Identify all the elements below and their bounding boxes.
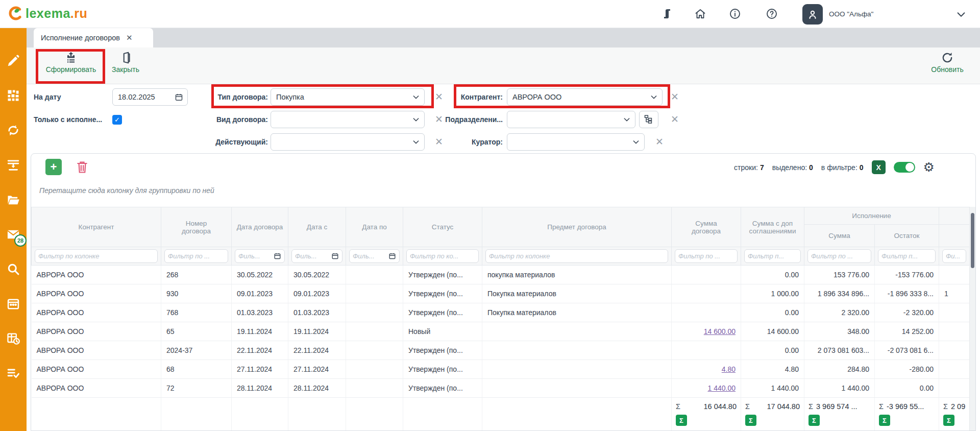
on-date-input[interactable]: 18.02.2025: [112, 88, 188, 106]
contract-type-select[interactable]: Покупка: [271, 88, 425, 106]
sigma-badge[interactable]: Σ: [676, 415, 687, 426]
delete-row-button[interactable]: [75, 160, 89, 174]
column-filter-input[interactable]: [878, 249, 936, 263]
col-header[interactable]: Номер договора: [161, 207, 232, 247]
footer-exec-remainder: Σ-3 969 55... Σ Σ▼-3 969 55...: [875, 398, 939, 431]
active-select[interactable]: [271, 133, 425, 151]
col-header[interactable]: Дата по: [346, 207, 403, 247]
col-header[interactable]: Сумма: [804, 225, 875, 247]
col-header[interactable]: Сумма договора: [672, 207, 741, 247]
sigma-badge[interactable]: Σ: [943, 415, 954, 426]
cell-value: Утвержден (по...: [408, 271, 463, 279]
column-filter-input[interactable]: [406, 249, 479, 263]
col-header[interactable]: Дата договора: [232, 207, 288, 247]
vertical-scrollbar[interactable]: [969, 207, 975, 430]
tab-close-icon[interactable]: ✕: [126, 33, 133, 42]
scrollbar-thumb[interactable]: [971, 213, 974, 268]
contract-sum-link[interactable]: 4.80: [722, 365, 736, 373]
column-filter-input[interactable]: [675, 249, 738, 263]
col-header[interactable]: Сумма с доп соглашениями: [741, 207, 804, 247]
cell-value: Утвержден (по...: [408, 384, 463, 392]
col-header[interactable]: Дата с: [288, 207, 346, 247]
app-window: lexema.ru ООО "Альфа": [0, 0, 980, 431]
col-header[interactable]: Статус: [403, 207, 482, 247]
curator-clear-icon[interactable]: ✕: [655, 133, 664, 151]
table-row[interactable]: АВРОРА ООО6827.11.202427.11.2024Утвержде…: [32, 360, 970, 379]
table-row[interactable]: АВРОРА ООО6519.11.202419.11.2024Новый14 …: [32, 322, 970, 341]
excel-export-button[interactable]: X: [872, 160, 886, 174]
sidebar-item-reports[interactable]: [6, 331, 20, 346]
cell-value: 284.80: [847, 365, 869, 373]
column-filter-input[interactable]: [164, 249, 228, 263]
sidebar-item-mail[interactable]: 28: [6, 227, 20, 242]
division-select[interactable]: [507, 111, 635, 128]
sidebar-item-sync[interactable]: [6, 123, 20, 137]
cell-value: АВРОРА ООО: [37, 271, 84, 279]
column-filter-input[interactable]: [235, 249, 285, 263]
grid-mode-toggle[interactable]: [894, 162, 915, 173]
close-button[interactable]: Закрыть: [106, 51, 145, 74]
column-filter-input[interactable]: [744, 249, 801, 263]
door-icon: [119, 51, 132, 64]
counterparty-clear-icon[interactable]: ✕: [671, 88, 679, 106]
sidebar-item-folders[interactable]: [6, 193, 20, 207]
contract-sum-link[interactable]: 14 600.00: [704, 327, 736, 336]
sigma-badge[interactable]: Σ: [879, 415, 890, 426]
division-clear-icon[interactable]: ✕: [671, 111, 679, 128]
col-header[interactable]: [939, 225, 969, 247]
col-header[interactable]: Предмет договора: [482, 207, 672, 247]
home-icon[interactable]: [694, 8, 706, 20]
only-with-exec-checkbox[interactable]: ✓: [112, 115, 122, 125]
column-filter-input[interactable]: [807, 249, 871, 263]
division-tree-button[interactable]: [639, 111, 658, 128]
table-row[interactable]: АВРОРА ООО2024-3722.11.202422.11.2024Утв…: [32, 341, 970, 360]
cell-value: 4.80: [785, 365, 799, 373]
info-icon[interactable]: [729, 8, 741, 20]
footer-sum-with-addendum: Σ17 044.80 Σ Σ▼17 044.80: [741, 398, 804, 431]
table-row[interactable]: АВРОРА ООО26830.05.202230.05.2022Утвержд…: [32, 266, 970, 284]
counterparty-label: Контрагент:: [438, 88, 503, 106]
table-row[interactable]: АВРОРА ООО7228.11.202428.11.2024Утвержде…: [32, 379, 970, 398]
gear-icon[interactable]: ⚙: [923, 161, 935, 174]
counterparty-select[interactable]: АВРОРА ООО: [507, 88, 663, 106]
tab-contract-execution[interactable]: Исполнение договоров ✕: [34, 28, 153, 47]
column-filter-input[interactable]: [485, 249, 668, 263]
app-logo[interactable]: lexema.ru: [7, 5, 87, 22]
column-filter-input[interactable]: [942, 249, 966, 263]
cell-value: 68: [166, 365, 175, 373]
generate-button[interactable]: Сформировать: [39, 51, 103, 74]
cell-value: -2 073 081 6...: [888, 346, 934, 354]
cell-value: 22.11.2024: [237, 346, 272, 354]
help-icon[interactable]: [766, 8, 778, 20]
table-row[interactable]: АВРОРА ООО76801.03.202301.03.2023Утвержд…: [32, 303, 970, 322]
active-label: Действующий:: [200, 133, 268, 151]
cell-value: 30.05.2022: [237, 271, 273, 279]
sidebar-item-tasks[interactable]: [6, 366, 20, 380]
column-filter-input[interactable]: [349, 249, 400, 263]
col-header[interactable]: Контрагент: [32, 207, 161, 247]
table-row[interactable]: АВРОРА ООО93009.01.202309.01.2023Утвержд…: [32, 284, 970, 303]
sidebar-item-edit[interactable]: [6, 54, 20, 68]
refresh-button[interactable]: Обновить: [924, 51, 971, 74]
contract-sum-link[interactable]: 1 440.00: [708, 384, 736, 392]
sidebar-item-print-queue[interactable]: [6, 158, 20, 172]
user-avatar[interactable]: [802, 4, 823, 25]
curator-select[interactable]: [507, 133, 645, 151]
only-with-exec-label: Только с исполне...: [34, 111, 102, 128]
contract-kind-select[interactable]: [271, 111, 425, 128]
col-header[interactable]: Остаток: [875, 225, 939, 247]
chevron-down-icon[interactable]: [955, 9, 967, 20]
sigma-badge[interactable]: Σ: [745, 415, 756, 426]
column-filter-input[interactable]: [291, 249, 342, 263]
cell-value: 27.11.2024: [237, 365, 272, 373]
sidebar-item-calendar[interactable]: [6, 297, 20, 311]
table-body: АВРОРА ООО26830.05.202230.05.2022Утвержд…: [32, 266, 970, 398]
sidebar-item-modules[interactable]: [6, 88, 20, 103]
on-date-label: На дату: [34, 88, 61, 106]
sigma-badge[interactable]: Σ: [808, 415, 820, 426]
sidebar-item-search[interactable]: [6, 262, 20, 276]
column-filter-input[interactable]: [35, 249, 158, 263]
cell-value: 19.11.2024: [293, 327, 329, 336]
documents-icon[interactable]: [661, 8, 673, 20]
add-row-button[interactable]: +: [45, 159, 62, 175]
